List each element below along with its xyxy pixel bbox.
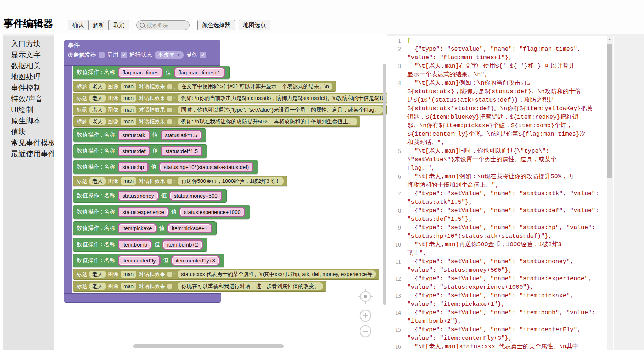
value-block[interactable]: status:hp+10*(status:atk+status:def) xyxy=(159,162,253,172)
value-block[interactable]: status:experience xyxy=(118,207,169,217)
cancel-button[interactable]: 取消 xyxy=(109,20,129,30)
code-line: "value": "item:pickaxe+1"}, xyxy=(387,300,614,309)
checkbox-checked[interactable]: ✓ xyxy=(200,52,206,58)
effect-label: 对话框效果 xyxy=(139,95,165,102)
dialog-text-field[interactable]: status:xxx 代表勇士的某个属性。\n其中xxx可取hp, atk, d… xyxy=(178,270,376,278)
speaker-field[interactable]: 老人 xyxy=(89,118,106,125)
effect-checkbox[interactable] xyxy=(167,179,172,184)
sidebar-item-2[interactable]: 显示文字 xyxy=(3,49,54,60)
dropdown-field[interactable]: 不改变▼ xyxy=(155,51,184,59)
image-field[interactable]: man xyxy=(121,106,136,113)
setvalue-block[interactable]: 数值操作 : 名称item:centerFly值item:centerFly+3 xyxy=(73,254,224,267)
effect-checkbox[interactable] xyxy=(167,284,172,289)
image-field[interactable]: man xyxy=(121,271,136,278)
image-field[interactable]: man xyxy=(121,83,136,90)
json-scrollbar[interactable]: ▲ xyxy=(607,36,613,350)
setvalue-block[interactable]: 数值操作 : 名称item:bomb值item:bomb+2 xyxy=(73,238,207,252)
value-block[interactable]: item:pickaxe+1 xyxy=(167,223,212,233)
image-field[interactable]: man xyxy=(121,177,136,185)
value-block[interactable]: status:atk xyxy=(118,130,150,140)
value-block[interactable]: status:atk*1.5 xyxy=(161,130,202,140)
dialog-text-field[interactable]: 例如: \n你的当前攻击力是${status:atk}，防御力是${status… xyxy=(178,94,387,102)
checkbox-unchecked[interactable] xyxy=(99,52,105,58)
zoom-controls[interactable] xyxy=(357,288,375,341)
sidebar-item-9[interactable]: 值块 xyxy=(3,126,54,137)
effect-checkbox[interactable] xyxy=(167,272,172,277)
map-pick-button[interactable]: 地图选点 xyxy=(239,20,270,30)
sidebar-item-4[interactable]: 地图处理 xyxy=(3,71,54,82)
scroll-up-icon[interactable]: ▲ xyxy=(607,37,613,41)
sidebar-item-11[interactable]: 最近使用事件 xyxy=(3,148,54,159)
setvalue-block[interactable]: 数值操作 : 名称status:def值status:def*1.5 xyxy=(73,144,207,158)
value-block[interactable]: flag:man_times+1 xyxy=(174,67,225,78)
event-block[interactable]: 事件 覆盖触发器启用✓通行状态不改变▼显伤✓ xyxy=(64,40,220,66)
value-block[interactable]: status:experience+1000 xyxy=(179,207,245,217)
image-field[interactable]: man xyxy=(121,283,136,290)
value-block[interactable]: status:def*1.5 xyxy=(161,146,202,156)
value-block[interactable]: item:centerFly+3 xyxy=(171,255,220,266)
speaker-field[interactable]: 老人 xyxy=(89,106,106,113)
image-field[interactable]: man xyxy=(121,118,136,125)
dialog-text-block[interactable]: 标题老人图像man对话框效果:status:xxx 代表勇士的某个属性。\n其中… xyxy=(73,269,379,280)
effect-checkbox[interactable] xyxy=(167,119,172,124)
dialog-text-block[interactable]: 标题老人图像man对话框效果:同时，你也可以通过{"type": "setVal… xyxy=(73,105,387,115)
value-label: 值 xyxy=(171,208,177,216)
blockly-workspace[interactable]: 事件 覆盖触发器启用✓通行状态不改变▼显伤✓ 数值操作 : 名称flag:man… xyxy=(54,34,387,350)
color-picker-button[interactable]: 颜色选择器 xyxy=(197,20,235,30)
sidebar-item-5[interactable]: 事件控制 xyxy=(3,82,54,93)
sidebar-item-7[interactable]: UI绘制 xyxy=(3,104,54,115)
title-label: 标题 xyxy=(77,107,87,113)
value-block[interactable]: item:centerFly xyxy=(118,255,160,266)
effect-checkbox[interactable] xyxy=(167,96,172,101)
dialog-text-block[interactable]: 标题老人图像man对话框效果:你现在可以重新和我进行对话，进一步看到属性值的改变… xyxy=(73,281,326,292)
value-block[interactable]: status:hp xyxy=(118,162,149,172)
sidebar-item-10[interactable]: 常见事件模板 xyxy=(3,137,54,148)
dialog-text-field[interactable]: 在文字中使用${' ${ '}和 } 可以计算并显示一个表达式的结果。\n xyxy=(178,83,332,90)
setvalue-block[interactable]: 数值操作 : 名称flag:man_times值flag:man_times+1 xyxy=(73,66,230,79)
dialog-text-field[interactable]: 你现在可以重新和我进行对话，进一步看到属性值的改变。 xyxy=(178,282,323,290)
checkbox-checked[interactable]: ✓ xyxy=(121,52,127,58)
image-field[interactable]: man xyxy=(121,95,136,102)
value-block[interactable]: status:money+500 xyxy=(169,191,222,201)
dialog-text-block[interactable]: 标题老人图像man对话框效果:例如: \n现在我将让你的攻防提升50%，再将攻防… xyxy=(73,116,360,127)
value-block[interactable]: item:bomb+2 xyxy=(162,239,202,250)
setvalue-block[interactable]: 数值操作 : 名称status:atk值status:atk*1.5 xyxy=(73,128,206,142)
parse-button[interactable]: 解析 xyxy=(88,20,109,30)
sidebar-item-3[interactable]: 数据相关 xyxy=(3,60,54,71)
value-block[interactable]: item:bomb xyxy=(118,239,152,250)
speaker-field[interactable]: 老人 xyxy=(89,83,106,90)
speaker-field[interactable]: 老人 xyxy=(89,95,106,102)
setvalue-block[interactable]: 数值操作 : 名称status:hp值status:hp+10*(status:… xyxy=(73,160,258,174)
effect-checkbox[interactable] xyxy=(167,84,172,89)
workspace-horizontal-scrollbar[interactable] xyxy=(133,344,284,348)
dialog-text-field[interactable]: 再送你500金币，1000经验，1破2炸3飞！ xyxy=(178,177,283,185)
dialog-text-field[interactable]: 例如: \n现在我将让你的攻防提升50%，再将攻防和的十倍加到生命值上。 xyxy=(178,118,357,125)
setvalue-block[interactable]: 数值操作 : 名称status:experience值status:experi… xyxy=(73,205,250,219)
value-block-text: status:def xyxy=(119,147,149,155)
effect-checkbox[interactable] xyxy=(167,108,172,112)
value-block[interactable]: flag:man_times xyxy=(118,67,163,78)
code-line: ${status:atk}，防御力是${status:def}。\n攻防和的十倍 xyxy=(387,88,614,96)
value-label: 值 xyxy=(163,257,169,264)
json-scrollbar-thumb[interactable] xyxy=(607,44,612,178)
value-block[interactable]: status:def xyxy=(118,146,150,156)
confirm-button[interactable]: 确认 xyxy=(68,20,88,30)
sidebar-item-6[interactable]: 特效/声音 xyxy=(3,93,54,104)
sidebar-item-1[interactable]: 入口方块 xyxy=(3,38,54,49)
setvalue-block[interactable]: 数值操作 : 名称status:money值status:money+500 xyxy=(73,189,227,203)
code-text: 是${10*(status:atk+status:def)}，攻防之积是 xyxy=(404,96,554,105)
speaker-field[interactable]: 老人 xyxy=(89,283,106,290)
dialog-text-block[interactable]: 标题老人图像man对话框效果:例如: \n你的当前攻击力是${status:at… xyxy=(73,93,387,103)
dialog-text-block[interactable]: 标题老人图像man对话框效果:在文字中使用${' ${ '}和 } 可以计算并显… xyxy=(73,81,336,92)
value-block[interactable]: item:pickaxe xyxy=(118,223,156,233)
json-editor[interactable]: 1[2 {"type": "setValue", "name": "flag:m… xyxy=(387,36,614,350)
setvalue-block[interactable]: 数值操作 : 名称item:pickaxe值item:pickaxe+1 xyxy=(73,221,217,235)
dialog-text-field[interactable]: 同时，你也可以通过{"type": "setValue"}来设置一个勇士的属性、… xyxy=(178,106,383,114)
value-block[interactable]: status:money xyxy=(118,191,158,201)
speaker-field[interactable]: 老人 xyxy=(89,177,106,185)
search-input[interactable]: 搜索图块 xyxy=(136,20,190,30)
workspace-vertical-scrollbar[interactable] xyxy=(383,64,386,305)
sidebar-item-8[interactable]: 原生脚本 xyxy=(3,115,54,126)
dialog-text-block[interactable]: 标题老人图像man对话框效果:再送你500金币，1000经验，1破2炸3飞！ xyxy=(73,176,287,186)
speaker-field[interactable]: 老人 xyxy=(89,271,106,278)
